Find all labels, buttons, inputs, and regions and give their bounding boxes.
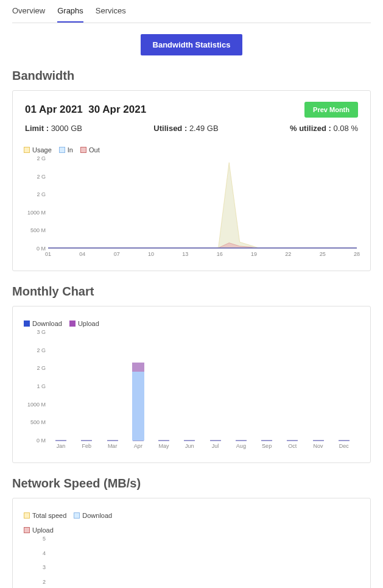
network-panel: Total speed Download Upload 012345 [12, 498, 371, 588]
network-chart: 012345 [21, 539, 360, 588]
legend-usage[interactable]: Usage [24, 146, 52, 154]
monthly-title: Monthly Chart [12, 285, 371, 299]
network-legend: Total speed Download Upload [24, 512, 363, 534]
limit-stat: Limit : 3000 GB [25, 124, 82, 133]
legend-out[interactable]: Out [80, 146, 100, 154]
legend-in[interactable]: In [59, 146, 73, 154]
tab-bar: Overview Graphs Services [12, 0, 371, 23]
utilised-stat: Utilised : 2.49 GB [153, 124, 218, 133]
monthly-panel: Download Upload 0 M500 M1000 M1 G2 G2 G3… [12, 306, 371, 463]
date-from: 01 Apr 2021 [25, 104, 83, 115]
date-to: 30 Apr 2021 [88, 104, 146, 115]
monthly-chart: 0 M500 M1000 M1 G2 G2 G3 G JanFebMarAprM… [21, 332, 360, 454]
bandwidth-statistics-button[interactable]: Bandwidth Statistics [141, 34, 243, 55]
legend-total[interactable]: Total speed [24, 512, 66, 519]
legend-download[interactable]: Download [24, 320, 62, 327]
bandwidth-panel: 01 Apr 2021 30 Apr 2021 Prev Month Limit… [12, 90, 371, 271]
prev-month-button[interactable]: Prev Month [304, 102, 358, 118]
legend-upload[interactable]: Upload [69, 320, 99, 327]
date-range: 01 Apr 2021 30 Apr 2021 [25, 104, 146, 116]
bandwidth-title: Bandwidth [12, 69, 371, 83]
bandwidth-chart: 0 M500 M1000 M2 G2 G2 G 0104071013161922… [21, 158, 360, 262]
tab-graphs[interactable]: Graphs [57, 6, 83, 23]
pct-stat: % utilized : 0.08 % [290, 124, 358, 133]
bandwidth-legend: Usage In Out [24, 146, 363, 154]
legend-ndownload[interactable]: Download [74, 512, 112, 519]
network-title: Network Speed (MB/s) [12, 476, 371, 491]
tab-overview[interactable]: Overview [12, 6, 45, 23]
monthly-legend: Download Upload [24, 320, 363, 327]
legend-nupload[interactable]: Upload [24, 526, 363, 534]
tab-services[interactable]: Services [96, 6, 126, 23]
